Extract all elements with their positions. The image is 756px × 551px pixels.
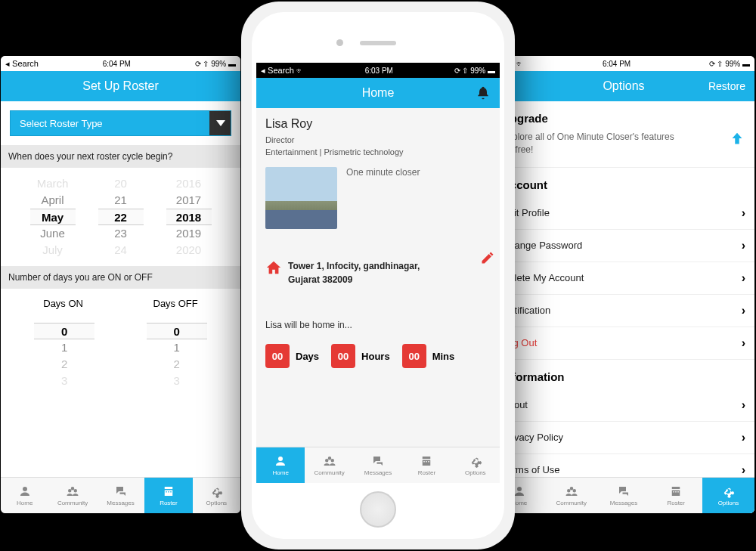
days-value: 00 <box>265 344 290 368</box>
chevron-right-icon: › <box>742 271 745 285</box>
chevron-right-icon: › <box>742 336 745 350</box>
tab-bar: Home Community Messages Roster Options <box>1 477 240 513</box>
status-right: ⟳ ⇧ 99% ▬ <box>195 60 236 68</box>
status-time: 6:04 PM <box>103 60 131 68</box>
days-on-column[interactable]: 0 1 2 3 <box>34 323 94 389</box>
edit-profile-item[interactable]: Edit Profile› <box>493 197 754 230</box>
countdown-label: Lisa will be home in... <box>265 320 491 330</box>
tab-options[interactable]: Options <box>193 478 240 513</box>
about-item[interactable]: About› <box>493 389 754 422</box>
home-title: Home <box>362 86 395 100</box>
status-time: 6:04 PM <box>603 60 631 68</box>
profile-role: Director <box>265 135 491 144</box>
account-heading: Account <box>493 168 754 197</box>
hours-value: 00 <box>331 344 355 368</box>
notification-item[interactable]: Notification› <box>493 295 754 327</box>
upgrade-row[interactable]: Explore all of One Minute Closer's featu… <box>493 131 754 168</box>
address-line-1: Tower 1, Infocity, gandhinagar, <box>288 259 420 273</box>
profile-name: Lisa Roy <box>265 117 491 131</box>
bell-icon[interactable] <box>476 85 491 101</box>
days-on-label: Days ON <box>43 298 83 309</box>
roster-title: Set Up Roster <box>82 79 158 93</box>
tab-options[interactable]: Options <box>702 478 754 513</box>
status-bar: arch ᯤ 6:04 PM ⟳ ⇧ 99% ▬ <box>493 56 754 71</box>
thumbnail-label: One minute closer <box>346 167 420 178</box>
camera-dot <box>336 39 343 46</box>
roster-header: Set Up Roster <box>1 71 240 101</box>
tab-messages[interactable]: Messages <box>597 478 649 513</box>
options-title: Options <box>603 79 644 93</box>
days-off-column[interactable]: 0 1 2 3 <box>147 323 207 389</box>
tab-community[interactable]: Community <box>305 447 353 483</box>
roster-type-select[interactable]: Select Roster Type <box>10 110 231 136</box>
tab-roster[interactable]: Roster <box>144 478 192 513</box>
status-bar: ◂ Search ᯤ 6:03 PM ⟳ ⇧ 99% ▬ <box>256 63 500 78</box>
mins-value: 00 <box>402 344 426 368</box>
home-icon <box>265 259 282 276</box>
roster-phone: ◂ Search 6:04 PM ⟳ ⇧ 99% ▬ Set Up Roster… <box>1 56 240 513</box>
tab-roster[interactable]: Roster <box>650 478 702 513</box>
tab-messages[interactable]: Messages <box>354 447 402 483</box>
options-header: Options Restore <box>493 71 754 101</box>
information-heading: Information <box>493 360 754 389</box>
tab-roster[interactable]: Roster <box>402 447 451 483</box>
back-to-search[interactable]: ◂ Search <box>261 66 294 76</box>
hours-label: Hours <box>361 351 390 362</box>
tab-options[interactable]: Options <box>451 447 500 483</box>
chevron-right-icon: › <box>742 304 745 317</box>
tab-home[interactable]: Home <box>1 478 48 513</box>
tab-community[interactable]: Community <box>48 478 96 513</box>
tab-home[interactable]: Home <box>256 447 305 483</box>
chevron-right-icon: › <box>742 431 745 444</box>
tab-messages[interactable]: Messages <box>97 478 144 513</box>
status-right: ⟳ ⇧ 99% ▬ <box>454 67 495 75</box>
cycle-question: When does your next roster cycle begin? <box>1 145 240 168</box>
address-line-2: Gujarat 382009 <box>288 273 420 286</box>
status-right: ⟳ ⇧ 99% ▬ <box>709 60 750 68</box>
mins-label: Mins <box>432 351 455 362</box>
upgrade-heading: Upgrade <box>493 101 754 131</box>
tab-community[interactable]: Community <box>545 478 597 513</box>
chevron-right-icon: › <box>742 398 745 412</box>
days-label: Days <box>296 351 319 362</box>
day-column[interactable]: 20 21 22 23 24 <box>98 175 144 258</box>
speaker-slot <box>360 41 396 45</box>
upload-icon <box>729 131 745 147</box>
days-off-label: Days OFF <box>153 298 198 309</box>
change-password-item[interactable]: Change Password› <box>493 230 754 262</box>
home-header: Home <box>256 78 500 108</box>
days-question: Number of days you are ON or OFF <box>1 266 240 289</box>
tab-bar: Home Community Messages Roster Options <box>493 477 754 513</box>
restore-button[interactable]: Restore <box>708 80 745 92</box>
year-column[interactable]: 2016 2017 2018 2019 2020 <box>166 175 212 258</box>
delete-account-item[interactable]: Delete My Account› <box>493 262 754 295</box>
options-phone: arch ᯤ 6:04 PM ⟳ ⇧ 99% ▬ Options Restore… <box>493 56 754 513</box>
home-phone-frame: ◂ Search ᯤ 6:03 PM ⟳ ⇧ 99% ▬ Home Lisa R… <box>241 2 515 549</box>
date-picker[interactable]: March April May June July 20 21 22 23 24… <box>1 168 240 266</box>
upgrade-text: Explore all of One Minute Closer's featu… <box>502 131 676 156</box>
back-to-search[interactable]: ◂ Search <box>5 59 39 69</box>
chevron-right-icon: › <box>742 463 745 477</box>
status-time: 6:03 PM <box>365 67 393 75</box>
days-picker[interactable]: 0 1 2 3 0 1 2 3 <box>1 318 240 394</box>
privacy-policy-item[interactable]: Privacy Policy› <box>493 422 754 454</box>
chevron-down-icon <box>216 120 225 126</box>
iphone-home-button[interactable] <box>360 491 396 528</box>
edit-icon[interactable] <box>480 250 495 265</box>
status-bar: ◂ Search 6:04 PM ⟳ ⇧ 99% ▬ <box>1 56 240 71</box>
tab-bar: Home Community Messages Roster Options <box>256 447 500 483</box>
month-column[interactable]: March April May June July <box>30 175 76 258</box>
countdown: 00 Days 00 Hours 00 Mins <box>265 344 491 368</box>
chevron-right-icon: › <box>742 239 745 252</box>
profile-company: Entertainment | Prismetric technology <box>265 147 491 156</box>
roster-type-label: Select Roster Type <box>20 118 103 129</box>
logout-item[interactable]: Log Out› <box>493 327 754 360</box>
chevron-right-icon: › <box>742 206 745 220</box>
location-thumbnail[interactable] <box>265 167 337 229</box>
home-phone: ◂ Search ᯤ 6:03 PM ⟳ ⇧ 99% ▬ Home Lisa R… <box>256 63 500 483</box>
